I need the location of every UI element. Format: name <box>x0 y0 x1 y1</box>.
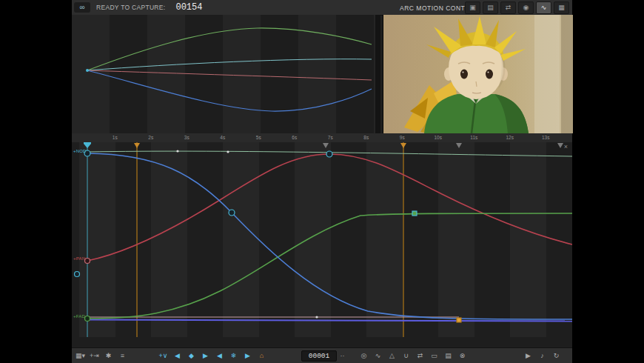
timeline-tick: 9s <box>384 135 420 140</box>
keyframe-circle[interactable] <box>229 210 235 216</box>
keyframe-tools-group: +∨ ◀ ◆ ▶ ◀ ❄ ▶ ⌂ <box>158 350 267 362</box>
timeline-tick: 3s <box>169 135 205 140</box>
overview-playhead-dot[interactable] <box>86 69 89 72</box>
key-dot[interactable] <box>176 150 178 152</box>
axis-label-pan[interactable]: +PAN <box>73 256 85 261</box>
play-button[interactable]: ▶ <box>523 350 534 362</box>
motion-overview-panel[interactable] <box>72 15 380 133</box>
timeline-tick: 13s <box>528 135 564 140</box>
curve-canvas[interactable]: +NOD +PAN +FAD × <box>72 142 572 337</box>
keyframe-button[interactable]: ◆ <box>186 350 197 362</box>
next-hold-button[interactable]: ▶ <box>242 350 253 362</box>
frame-number-field[interactable]: 00001 <box>301 350 337 362</box>
delete-key-button[interactable]: ⊗ <box>457 350 468 362</box>
timeline-tick: 6s <box>277 135 313 140</box>
workspace-switcher: ▣ ▤ ⇄ ◉ ∿ ▦ <box>465 1 569 14</box>
key-triangle[interactable] <box>400 143 406 148</box>
prev-hold-button[interactable]: ◀ <box>214 350 225 362</box>
close-icon[interactable]: × <box>564 143 568 150</box>
key-dot[interactable] <box>227 150 229 153</box>
app-window: ∞ READY TO CAPTURE: 00154 ARC MOTION CON… <box>72 0 572 363</box>
loop-button[interactable]: ↻ <box>551 350 562 362</box>
timeline-tick: 7s <box>312 135 349 140</box>
curve-green[interactable] <box>87 213 572 319</box>
show-curves-button[interactable]: ∿ <box>372 350 383 362</box>
key-triangle[interactable] <box>323 143 329 148</box>
toolbar-right-group: ◎ ∿ △ ∪ ⇄ ▭ ▤ ⊗ <box>358 350 468 362</box>
home-button[interactable]: ⌂ <box>256 350 267 362</box>
right-eye <box>486 70 493 79</box>
add-keyframe-button[interactable]: +∨ <box>158 350 169 362</box>
timeline-tick: 12s <box>492 135 529 140</box>
top-bar: ∞ READY TO CAPTURE: 00154 ARC MOTION CON… <box>72 0 572 16</box>
key-triangle[interactable] <box>134 143 140 148</box>
overview-curve-teal <box>87 59 372 70</box>
keyframe-circle[interactable] <box>85 259 90 264</box>
transport-group: ▶ ♪ ↻ <box>523 350 562 362</box>
toolbar-left-group: ▦▾ +⇥ ✱ ≡ <box>75 350 128 362</box>
axis-label-fad[interactable]: +FAD <box>73 314 85 319</box>
arc-toolbar: ▦▾ +⇥ ✱ ≡ +∨ ◀ ◆ ▶ ◀ ❄ ▶ ⌂ 00001 ·· ◎ ∿ … <box>72 347 572 363</box>
character-illustration <box>383 15 573 133</box>
timeline-tick: 1s <box>97 135 133 140</box>
timeline-tick: 5s <box>241 135 277 140</box>
curve-blue[interactable] <box>87 153 572 319</box>
tick-row-top: 1s2s3s4s5s6s7s8s9s10s11s12s13s <box>97 135 564 140</box>
add-hold-button[interactable]: ❄ <box>228 350 239 362</box>
jog-mode-button[interactable]: ✱ <box>103 350 114 362</box>
overview-curve-red <box>87 70 372 80</box>
video-preview <box>383 15 573 133</box>
flatten-button[interactable]: ▭ <box>429 350 440 362</box>
capture-loop-icon[interactable]: ∞ <box>74 2 90 13</box>
curve-red[interactable] <box>87 154 572 261</box>
overview-curve-green <box>87 28 372 70</box>
frame-counter: 00154 <box>175 2 202 13</box>
keyframe-circle[interactable] <box>85 316 90 322</box>
slope-button[interactable]: △ <box>386 350 398 362</box>
timeline-tick: 4s <box>205 135 241 140</box>
prev-keyframe-button[interactable]: ◀ <box>172 350 183 362</box>
view-menu-button[interactable]: ▦▾ <box>75 350 86 362</box>
overview-curve-blue <box>87 70 372 111</box>
left-eye <box>460 70 468 79</box>
live-target-button[interactable]: ◎ <box>358 350 369 362</box>
key-triangle[interactable] <box>456 143 462 148</box>
axis-label-nod[interactable]: +NOD <box>73 149 87 153</box>
capture-icon[interactable]: ▣ <box>465 1 480 14</box>
arc-graph-icon[interactable]: ∿ <box>536 1 551 14</box>
key-dot[interactable] <box>315 316 318 318</box>
playhead-flag-top[interactable] <box>84 142 91 148</box>
row-list-button[interactable]: ≡ <box>117 350 128 362</box>
audio-button[interactable]: ♪ <box>537 350 548 362</box>
overview-curves <box>72 15 375 133</box>
keyframe-circle[interactable] <box>326 151 332 157</box>
timeline-tick: 11s <box>456 135 492 140</box>
key-triangle[interactable] <box>557 143 563 148</box>
curve-purple[interactable] <box>87 320 572 322</box>
audio-icon[interactable]: ⇄ <box>500 1 516 14</box>
swap-range-button[interactable]: ⇄ <box>415 350 426 362</box>
xsheet-icon[interactable]: ▤ <box>483 1 498 14</box>
timeline-tick: 2s <box>133 135 170 140</box>
add-move-button[interactable]: +⇥ <box>89 350 100 362</box>
timeline-icon[interactable]: ▦ <box>554 1 569 14</box>
timeline-tick: 10s <box>420 135 457 140</box>
capture-status-label: READY TO CAPTURE: <box>96 4 165 11</box>
curves-layer <box>72 142 572 337</box>
frame-stepper[interactable]: ·· <box>337 350 348 362</box>
keyframe-circle[interactable] <box>75 272 80 277</box>
next-keyframe-button[interactable]: ▶ <box>200 350 211 362</box>
snap-magnet-button[interactable]: ∪ <box>400 350 412 362</box>
curve-editor: 1s2s3s4s5s6s7s8s9s10s11s12s13s <box>72 133 572 337</box>
timeline-tick: 8s <box>349 135 385 140</box>
test-shot-icon[interactable]: ◉ <box>518 1 534 14</box>
keyframe-square[interactable] <box>457 318 461 322</box>
keyframe-square[interactable] <box>412 211 417 216</box>
grid-view-button[interactable]: ▤ <box>443 350 454 362</box>
